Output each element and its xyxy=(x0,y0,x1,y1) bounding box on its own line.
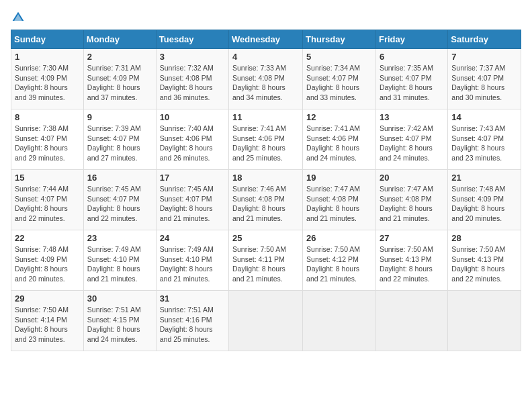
weekday-header-sunday: Sunday xyxy=(11,30,84,49)
calendar-week-1: 1Sunrise: 7:30 AMSunset: 4:09 PMDaylight… xyxy=(11,49,521,109)
day-number: 2 xyxy=(87,52,152,62)
weekday-header-saturday: Saturday xyxy=(448,30,521,49)
day-number: 8 xyxy=(15,112,80,122)
calendar-cell xyxy=(375,291,447,351)
logo-text xyxy=(11,11,26,24)
calendar-cell: 31Sunrise: 7:51 AMSunset: 4:16 PMDayligh… xyxy=(156,291,228,351)
day-info: Sunrise: 7:48 AMSunset: 4:09 PMDaylight:… xyxy=(15,244,80,284)
day-info: Sunrise: 7:48 AMSunset: 4:09 PMDaylight:… xyxy=(451,184,517,224)
day-number: 22 xyxy=(15,233,80,243)
day-number: 14 xyxy=(451,112,517,122)
calendar-cell: 10Sunrise: 7:40 AMSunset: 4:06 PMDayligh… xyxy=(156,109,228,170)
day-info: Sunrise: 7:51 AMSunset: 4:15 PMDaylight:… xyxy=(87,305,152,345)
day-number: 25 xyxy=(232,233,299,243)
day-number: 16 xyxy=(87,173,152,183)
day-info: Sunrise: 7:46 AMSunset: 4:08 PMDaylight:… xyxy=(232,184,299,224)
day-info: Sunrise: 7:50 AMSunset: 4:13 PMDaylight:… xyxy=(451,244,517,284)
day-info: Sunrise: 7:50 AMSunset: 4:13 PMDaylight:… xyxy=(380,244,444,284)
calendar-cell: 4Sunrise: 7:33 AMSunset: 4:08 PMDaylight… xyxy=(229,49,303,109)
calendar-week-5: 29Sunrise: 7:50 AMSunset: 4:14 PMDayligh… xyxy=(11,291,521,351)
day-number: 7 xyxy=(451,52,517,62)
day-number: 23 xyxy=(87,233,152,243)
day-info: Sunrise: 7:49 AMSunset: 4:10 PMDaylight:… xyxy=(160,244,225,284)
day-number: 1 xyxy=(15,52,80,62)
day-info: Sunrise: 7:45 AMSunset: 4:07 PMDaylight:… xyxy=(87,184,152,224)
day-number: 28 xyxy=(451,233,517,243)
calendar-cell: 16Sunrise: 7:45 AMSunset: 4:07 PMDayligh… xyxy=(83,170,156,230)
day-number: 12 xyxy=(306,112,372,122)
calendar-cell: 27Sunrise: 7:50 AMSunset: 4:13 PMDayligh… xyxy=(375,230,447,291)
calendar-table: SundayMondayTuesdayWednesdayThursdayFrid… xyxy=(11,30,521,351)
day-info: Sunrise: 7:50 AMSunset: 4:14 PMDaylight:… xyxy=(15,305,80,345)
calendar-cell xyxy=(448,291,521,351)
day-number: 4 xyxy=(232,52,299,62)
day-number: 13 xyxy=(380,112,444,122)
calendar-cell: 2Sunrise: 7:31 AMSunset: 4:09 PMDaylight… xyxy=(83,49,156,109)
calendar-cell: 8Sunrise: 7:38 AMSunset: 4:07 PMDaylight… xyxy=(11,109,84,170)
day-info: Sunrise: 7:43 AMSunset: 4:07 PMDaylight:… xyxy=(451,124,517,163)
calendar-cell xyxy=(229,291,303,351)
calendar-cell: 11Sunrise: 7:41 AMSunset: 4:06 PMDayligh… xyxy=(229,109,303,170)
day-info: Sunrise: 7:49 AMSunset: 4:10 PMDaylight:… xyxy=(87,244,152,284)
calendar-cell: 9Sunrise: 7:39 AMSunset: 4:07 PMDaylight… xyxy=(83,109,156,170)
calendar-cell: 21Sunrise: 7:48 AMSunset: 4:09 PMDayligh… xyxy=(448,170,521,230)
weekday-header-friday: Friday xyxy=(375,30,447,49)
day-info: Sunrise: 7:47 AMSunset: 4:08 PMDaylight:… xyxy=(380,184,444,224)
day-number: 10 xyxy=(160,112,225,122)
page-header xyxy=(11,11,521,24)
day-number: 15 xyxy=(15,173,80,183)
calendar-cell: 28Sunrise: 7:50 AMSunset: 4:13 PMDayligh… xyxy=(448,230,521,291)
day-info: Sunrise: 7:31 AMSunset: 4:09 PMDaylight:… xyxy=(87,63,152,103)
calendar-cell: 19Sunrise: 7:47 AMSunset: 4:08 PMDayligh… xyxy=(303,170,376,230)
day-info: Sunrise: 7:50 AMSunset: 4:12 PMDaylight:… xyxy=(306,244,372,284)
calendar-cell: 23Sunrise: 7:49 AMSunset: 4:10 PMDayligh… xyxy=(83,230,156,291)
calendar-week-2: 8Sunrise: 7:38 AMSunset: 4:07 PMDaylight… xyxy=(11,109,521,170)
logo xyxy=(11,11,26,24)
day-info: Sunrise: 7:35 AMSunset: 4:07 PMDaylight:… xyxy=(380,63,444,103)
day-info: Sunrise: 7:38 AMSunset: 4:07 PMDaylight:… xyxy=(15,124,80,163)
calendar-cell: 7Sunrise: 7:37 AMSunset: 4:07 PMDaylight… xyxy=(448,49,521,109)
day-info: Sunrise: 7:37 AMSunset: 4:07 PMDaylight:… xyxy=(451,63,517,103)
day-number: 24 xyxy=(160,233,225,243)
day-number: 21 xyxy=(451,173,517,183)
calendar-cell: 17Sunrise: 7:45 AMSunset: 4:07 PMDayligh… xyxy=(156,170,228,230)
calendar-cell: 6Sunrise: 7:35 AMSunset: 4:07 PMDaylight… xyxy=(375,49,447,109)
weekday-header-wednesday: Wednesday xyxy=(229,30,303,49)
calendar-cell: 22Sunrise: 7:48 AMSunset: 4:09 PMDayligh… xyxy=(11,230,84,291)
calendar-cell: 3Sunrise: 7:32 AMSunset: 4:08 PMDaylight… xyxy=(156,49,228,109)
calendar-cell: 13Sunrise: 7:42 AMSunset: 4:07 PMDayligh… xyxy=(375,109,447,170)
day-info: Sunrise: 7:40 AMSunset: 4:06 PMDaylight:… xyxy=(160,124,225,163)
weekday-header-thursday: Thursday xyxy=(303,30,376,49)
day-number: 11 xyxy=(232,112,299,122)
calendar-week-3: 15Sunrise: 7:44 AMSunset: 4:07 PMDayligh… xyxy=(11,170,521,230)
calendar-cell: 15Sunrise: 7:44 AMSunset: 4:07 PMDayligh… xyxy=(11,170,84,230)
calendar-cell: 20Sunrise: 7:47 AMSunset: 4:08 PMDayligh… xyxy=(375,170,447,230)
calendar-cell: 29Sunrise: 7:50 AMSunset: 4:14 PMDayligh… xyxy=(11,291,84,351)
day-number: 19 xyxy=(306,173,372,183)
day-number: 9 xyxy=(87,112,152,122)
day-number: 5 xyxy=(306,52,372,62)
day-number: 31 xyxy=(160,293,225,304)
calendar-cell: 26Sunrise: 7:50 AMSunset: 4:12 PMDayligh… xyxy=(303,230,376,291)
day-number: 17 xyxy=(160,173,225,183)
day-info: Sunrise: 7:41 AMSunset: 4:06 PMDaylight:… xyxy=(232,124,299,163)
weekday-header-row: SundayMondayTuesdayWednesdayThursdayFrid… xyxy=(11,30,521,49)
calendar-week-4: 22Sunrise: 7:48 AMSunset: 4:09 PMDayligh… xyxy=(11,230,521,291)
day-info: Sunrise: 7:33 AMSunset: 4:08 PMDaylight:… xyxy=(232,63,299,103)
day-info: Sunrise: 7:51 AMSunset: 4:16 PMDaylight:… xyxy=(160,305,225,345)
calendar-cell xyxy=(303,291,376,351)
day-info: Sunrise: 7:50 AMSunset: 4:11 PMDaylight:… xyxy=(232,244,299,284)
day-number: 18 xyxy=(232,173,299,183)
calendar-cell: 30Sunrise: 7:51 AMSunset: 4:15 PMDayligh… xyxy=(83,291,156,351)
day-info: Sunrise: 7:47 AMSunset: 4:08 PMDaylight:… xyxy=(306,184,372,224)
calendar-cell: 24Sunrise: 7:49 AMSunset: 4:10 PMDayligh… xyxy=(156,230,228,291)
weekday-header-monday: Monday xyxy=(83,30,156,49)
calendar-cell: 12Sunrise: 7:41 AMSunset: 4:06 PMDayligh… xyxy=(303,109,376,170)
day-number: 20 xyxy=(380,173,444,183)
day-number: 30 xyxy=(87,293,152,304)
day-number: 6 xyxy=(380,52,444,62)
day-info: Sunrise: 7:30 AMSunset: 4:09 PMDaylight:… xyxy=(15,63,80,103)
weekday-header-tuesday: Tuesday xyxy=(156,30,228,49)
logo-icon xyxy=(11,11,25,24)
calendar-cell: 5Sunrise: 7:34 AMSunset: 4:07 PMDaylight… xyxy=(303,49,376,109)
